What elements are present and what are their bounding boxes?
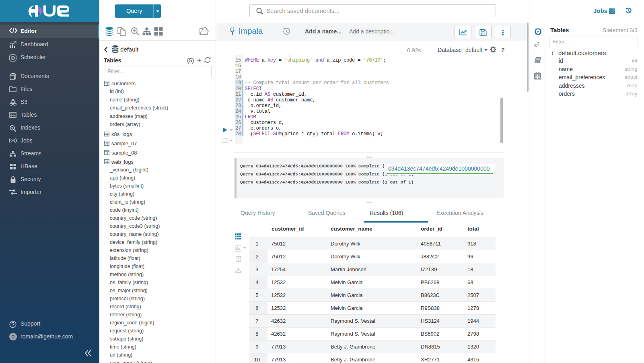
svg-text:R: R — [11, 334, 14, 339]
